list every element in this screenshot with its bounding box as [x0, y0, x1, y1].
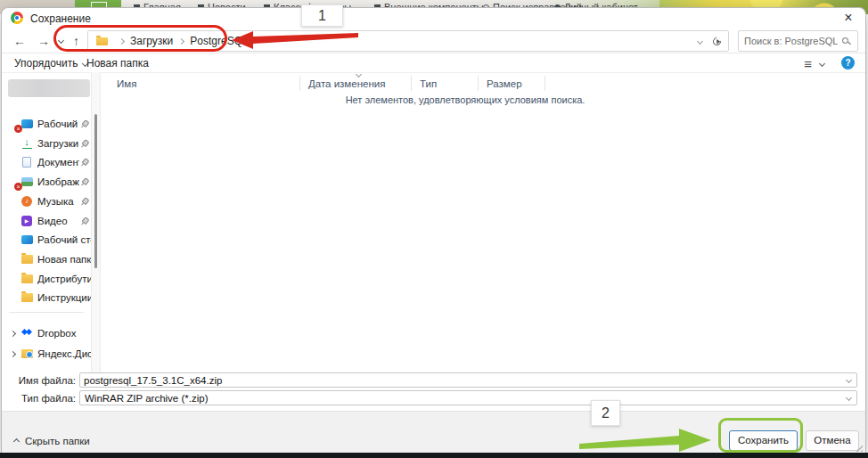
hide-folders-button[interactable]: Скрыть папки	[14, 436, 90, 446]
chevron-up-icon	[13, 438, 20, 444]
folder-icon	[20, 292, 33, 304]
sidebar-item-pictures[interactable]: Изображени	[2, 173, 91, 191]
expand-chevron-icon[interactable]	[10, 350, 16, 356]
sidebar-divider	[9, 312, 84, 313]
file-name-label: Имя файла:	[2, 375, 76, 386]
expand-chevron-icon[interactable]	[10, 330, 16, 336]
yandex-disk-icon	[20, 348, 33, 360]
screenshot-stage: Главная Новости Классификаторы Внешние к…	[0, 0, 868, 458]
file-type-label: Тип файла:	[2, 393, 76, 404]
column-header-type[interactable]: Тип	[420, 78, 437, 89]
sync-error-badge	[14, 125, 22, 133]
sidebar-item-redacted[interactable]	[8, 79, 90, 97]
up-icon[interactable]	[73, 34, 79, 48]
music-icon	[20, 196, 33, 208]
sidebar-scrollbar-thumb[interactable]	[94, 114, 97, 268]
sidebar-item-yandex-disk[interactable]: Яндекс.Диск	[2, 345, 91, 363]
file-name-dropdown-icon[interactable]	[846, 377, 852, 383]
file-type-dropdown-icon	[846, 395, 852, 401]
desktop-icon	[20, 234, 33, 246]
history-chevron-icon[interactable]	[58, 37, 64, 44]
page-bottom-bar	[0, 453, 868, 458]
file-type-value: WinRAR ZIP archive (*.zip)	[85, 393, 208, 404]
sidebar-item-documents[interactable]: Документы	[2, 153, 91, 171]
address-dropdown-icon[interactable]	[697, 37, 703, 44]
column-header-date[interactable]: Дата изменения	[308, 78, 385, 89]
breadcrumb-chevron-icon	[178, 37, 184, 44]
column-header-name[interactable]: Имя	[117, 78, 136, 89]
sidebar-item-video[interactable]: Видео	[2, 212, 91, 230]
refresh-icon[interactable]	[711, 36, 723, 47]
pictures-icon	[20, 176, 33, 188]
downloads-icon	[20, 138, 33, 150]
sidebar-item-instructions[interactable]: Инструкции	[2, 289, 91, 307]
dialog-toolbar: Упорядочить Новая папка	[2, 53, 865, 73]
dialog-title: Сохранение	[30, 12, 91, 25]
forward-icon[interactable]	[37, 34, 50, 48]
desktop-icon	[20, 119, 33, 130]
folder-icon	[96, 37, 108, 45]
column-divider	[411, 76, 412, 91]
file-type-select[interactable]: WinRAR ZIP archive (*.zip)	[79, 390, 857, 405]
search-input[interactable]	[744, 32, 838, 50]
new-folder-button[interactable]: Новая папка	[86, 53, 149, 73]
column-divider	[299, 76, 300, 91]
folder-icon	[20, 254, 33, 266]
dialog-titlebar: Сохранение	[2, 8, 865, 28]
sidebar-item-new-folder[interactable]: Новая папка	[2, 250, 91, 268]
save-button[interactable]: Сохранить	[729, 430, 798, 451]
sync-error-badge	[14, 183, 22, 191]
search-box	[738, 30, 858, 52]
address-bar[interactable]: Загрузки PostgreSQL	[87, 30, 729, 52]
search-icon	[842, 37, 848, 44]
help-icon[interactable]	[841, 56, 855, 70]
folder-icon	[20, 274, 33, 285]
sidebar-item-desktop[interactable]: Рабочий стол	[2, 231, 91, 249]
view-mode-icon[interactable]	[804, 53, 812, 73]
breadcrumb-downloads[interactable]: Загрузки	[130, 35, 173, 47]
dialog-footer: Скрыть папки Сохранить Отмена	[2, 411, 865, 454]
documents-icon	[20, 157, 33, 168]
video-icon	[20, 216, 33, 227]
cancel-button[interactable]: Отмена	[806, 430, 859, 451]
back-icon[interactable]	[13, 34, 26, 48]
sidebar-item-music[interactable]: Музыка	[2, 192, 91, 210]
sidebar-item-distributive[interactable]: Дистрибутив пл	[2, 270, 91, 288]
dropbox-icon	[20, 328, 33, 339]
chrome-icon	[11, 12, 23, 24]
file-name-input[interactable]	[84, 373, 832, 387]
close-icon[interactable]	[839, 9, 858, 27]
empty-results-message: Нет элементов, удовлетворяющих условиям …	[305, 94, 626, 105]
annotation-step-2: 2	[591, 400, 620, 426]
organize-button[interactable]: Упорядочить	[14, 53, 87, 73]
column-divider	[545, 76, 545, 91]
sidebar-item-dropbox[interactable]: Dropbox	[2, 324, 91, 342]
view-mode-chevron-icon[interactable]	[819, 61, 825, 67]
breadcrumb-chevron-icon	[119, 37, 125, 44]
column-header-size[interactable]: Размер	[487, 78, 522, 89]
file-name-field	[79, 372, 857, 388]
annotation-step-1: 1	[301, 4, 343, 27]
save-dialog: Сохранение Загрузки PostgreSQL Упорядочи…	[1, 7, 866, 453]
sidebar-item-downloads[interactable]: Загрузки	[2, 135, 91, 152]
sidebar-item-desktop-pinned[interactable]: Рабочий сто	[2, 115, 91, 133]
column-divider	[478, 76, 479, 91]
breadcrumb-postgresql[interactable]: PostgreSQL	[190, 35, 248, 47]
